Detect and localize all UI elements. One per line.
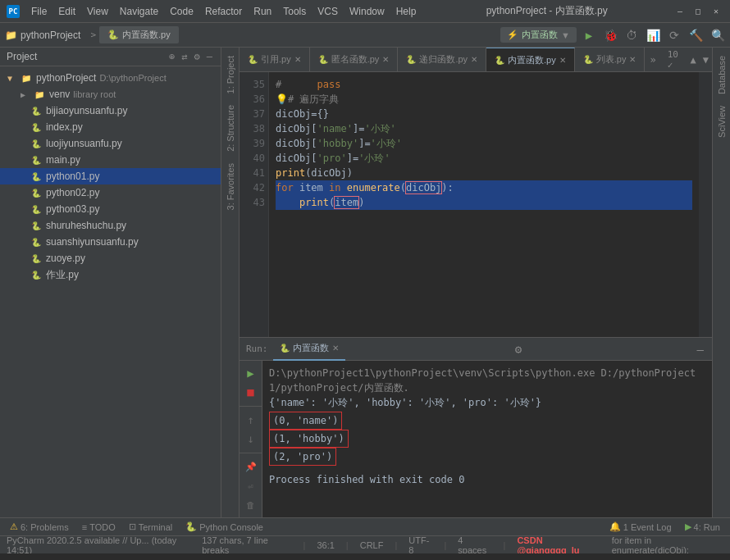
- root-folder-label: pythonProject: [36, 72, 96, 84]
- sidebar: Project ⊕ ⇄ ⚙ — ▼ 📁 pythonProject D:\pyt…: [0, 48, 221, 517]
- tab-close-neizhi[interactable]: ✕: [559, 56, 566, 65]
- code-editor[interactable]: 35 36 37 38 39 40 41 42 43 # pass 💡# 遍历字…: [240, 72, 712, 337]
- wrap-button[interactable]: ⏎: [244, 479, 258, 493]
- output-exit-line: Process finished with exit code 0: [269, 472, 705, 487]
- menu-refactor[interactable]: Refactor: [200, 4, 247, 19]
- sidebar-header: Project ⊕ ⇄ ⚙ —: [0, 48, 221, 66]
- sidebar-add-btn[interactable]: ⊕: [167, 51, 176, 62]
- menu-bar: File Edit View Navigate Code Refactor Ru…: [26, 4, 421, 19]
- trash-button[interactable]: 🗑: [244, 499, 258, 512]
- status-problems[interactable]: ⚠ 6: Problems: [7, 521, 72, 532]
- sidebar-collapse-btn[interactable]: —: [205, 51, 214, 62]
- menu-vcs[interactable]: VCS: [313, 4, 343, 19]
- tab-py-icon: 🐍: [318, 55, 328, 64]
- tree-file-suanshi[interactable]: 🐍 suanshiyunsuanfu.py: [0, 234, 221, 250]
- event-log-icon: 🔔: [609, 521, 621, 532]
- sidebar-settings-btn[interactable]: ⚙: [193, 51, 202, 62]
- nav-file-tab[interactable]: 🐍 内置函数.py: [99, 26, 179, 43]
- tab-yinyong[interactable]: 🐍 引用.py ✕: [240, 48, 310, 72]
- run-config-chevron: ▼: [561, 30, 570, 40]
- tree-file-main[interactable]: 🐍 main.py: [0, 152, 221, 168]
- editor-tabs: 🐍 引用.py ✕ 🐍 匿名函数.py ✕ 🐍 递归函数.py ✕ 🐍 内置函数…: [240, 48, 712, 72]
- tree-file-index[interactable]: 🐍 index.py: [0, 119, 221, 135]
- right-tab-sciview[interactable]: SciView: [715, 101, 728, 143]
- bottom-settings-btn[interactable]: ⚙: [510, 343, 527, 356]
- menu-file[interactable]: File: [26, 4, 52, 19]
- right-tab-database[interactable]: Database: [715, 51, 728, 99]
- menu-view[interactable]: View: [82, 4, 113, 19]
- status-run[interactable]: ▶ 4: Run: [682, 521, 723, 532]
- left-tab-favorites[interactable]: 3: Favorites: [224, 158, 237, 215]
- menu-navigate[interactable]: Navigate: [115, 4, 163, 19]
- menu-run[interactable]: Run: [249, 4, 276, 19]
- tree-file-luoji[interactable]: 🐍 luojiyunsuanfu.py: [0, 135, 221, 152]
- nav-file-label: 内置函数.py: [122, 29, 171, 41]
- tree-root-folder[interactable]: ▼ 📁 pythonProject D:\pythonProject: [0, 70, 221, 86]
- app-icon: PC: [7, 5, 20, 18]
- scroll-up-btn[interactable]: ↑: [244, 413, 258, 427]
- status-todo[interactable]: ≡ TODO: [79, 522, 119, 532]
- more-tabs-button[interactable]: »: [645, 54, 660, 66]
- tree-file-bijiao[interactable]: 🐍 bijiaoyunsuanfu.py: [0, 102, 221, 119]
- menu-tools[interactable]: Tools: [278, 4, 311, 19]
- menu-code[interactable]: Code: [165, 4, 198, 19]
- status-event-log[interactable]: 🔔 1 Event Log: [606, 521, 675, 532]
- tab-neizhi[interactable]: 🐍 内置函数.py ✕: [486, 48, 575, 72]
- build-button[interactable]: 🔨: [687, 26, 705, 44]
- rerun-button[interactable]: ▶: [244, 366, 258, 380]
- tab-close-yinyong[interactable]: ✕: [294, 55, 301, 64]
- scroll-down-btn[interactable]: ↓: [244, 432, 258, 446]
- menu-window[interactable]: Window: [344, 4, 390, 19]
- search-button[interactable]: 🔍: [711, 29, 725, 42]
- concurrency-button[interactable]: ⟳: [665, 26, 683, 44]
- tab-digui[interactable]: 🐍 递归函数.py ✕: [398, 48, 486, 72]
- tab-label: 递归函数.py: [419, 53, 468, 66]
- coverage-button[interactable]: 📊: [644, 26, 662, 44]
- left-tab-project[interactable]: 1: Project: [224, 51, 237, 98]
- warning-icon: ⚠: [10, 521, 18, 532]
- status-terminal[interactable]: ⊡ Terminal: [125, 521, 176, 532]
- minimize-button[interactable]: —: [673, 6, 687, 17]
- tab-close-niming[interactable]: ✕: [382, 55, 389, 64]
- code-content[interactable]: # pass 💡# 遍历字典 dicObj={} dicObj['name']=…: [269, 72, 699, 337]
- tree-file-shuru[interactable]: 🐍 shuruheshuchu.py: [0, 217, 221, 234]
- bottom-close-btn[interactable]: —: [692, 343, 709, 356]
- tree-file-python01[interactable]: 🐍 python01.py: [0, 168, 221, 184]
- tab-close-digui[interactable]: ✕: [471, 55, 477, 64]
- profile-button[interactable]: ⏱: [623, 26, 641, 44]
- code-line-39: dicObj['hobby']='小玲': [276, 136, 692, 151]
- tab-close-liebiao[interactable]: ✕: [629, 55, 636, 64]
- sidebar-sync-btn[interactable]: ⇄: [180, 51, 189, 62]
- gutter-info: ▲ 10 ✓ 4: [661, 48, 687, 72]
- output-text[interactable]: D:\pythonProject1\pythonProject\venv\Scr…: [262, 361, 712, 517]
- run-control-buttons: ▶ ■ ↑ ↓ 📌 ⏎ 🗑: [240, 361, 262, 517]
- py-file-icon: 🐍: [30, 104, 43, 117]
- run-tab-close[interactable]: ✕: [332, 344, 339, 353]
- tree-file-zuoye[interactable]: 🐍 zuoye.py: [0, 250, 221, 266]
- output-tuple-1: (1, 'hobby'): [269, 430, 349, 448]
- run-config-selector[interactable]: ⚡ 内置函数 ▼: [500, 27, 577, 43]
- stop-button[interactable]: ■: [244, 385, 258, 398]
- menu-help[interactable]: Help: [391, 4, 422, 19]
- editor-expand-btn[interactable]: ▲: [687, 54, 700, 66]
- tree-venv[interactable]: ▶ 📁 venv library root: [0, 86, 221, 102]
- bottom-tab-neizhi[interactable]: 🐍 内置函数 ✕: [273, 338, 345, 361]
- menu-edit[interactable]: Edit: [53, 4, 80, 19]
- maximize-button[interactable]: □: [691, 6, 705, 17]
- tree-file-zuoye2[interactable]: 🐍 作业.py: [0, 266, 221, 284]
- run-button[interactable]: ▶: [580, 26, 598, 44]
- secondary-status-bar: PyCharm 2020.2.5 available // Up... (tod…: [0, 535, 730, 553]
- root-folder-path: D:\pythonProject: [99, 73, 166, 83]
- left-tab-structure[interactable]: 2: Structure: [224, 100, 237, 157]
- editor-collapse-btn[interactable]: ▼: [700, 54, 712, 66]
- debug-button[interactable]: 🐞: [601, 26, 619, 44]
- run-config-label: 内置函数: [522, 29, 558, 41]
- venv-expand-icon: ▶: [16, 88, 30, 101]
- status-python-console[interactable]: 🐍 Python Console: [182, 521, 267, 532]
- tree-file-python03[interactable]: 🐍 python03.py: [0, 201, 221, 217]
- tab-liebiao[interactable]: 🐍 列表.py ✕: [575, 48, 646, 72]
- tree-file-python02[interactable]: 🐍 python02.py: [0, 184, 221, 201]
- tab-niming[interactable]: 🐍 匿名函数.py ✕: [310, 48, 399, 72]
- close-button[interactable]: ✕: [709, 6, 723, 17]
- pin-button[interactable]: 📌: [244, 460, 258, 474]
